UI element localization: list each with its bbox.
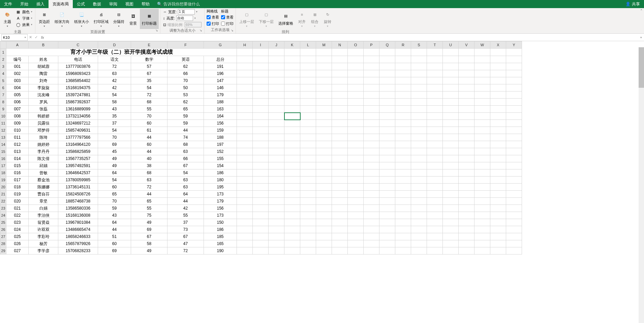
cell-K18[interactable] [284, 169, 300, 177]
cell-J26[interactable] [269, 226, 284, 233]
cell-P9[interactable] [364, 106, 379, 113]
cell-X17[interactable] [490, 162, 506, 169]
cell-Y6[interactable] [506, 84, 522, 91]
cell-K16[interactable] [284, 155, 300, 162]
cell-F16[interactable]: 66 [167, 155, 204, 162]
cell-J21[interactable] [269, 191, 284, 198]
cell-X25[interactable] [490, 219, 506, 226]
cell-C16[interactable]: 13567735257 [58, 155, 98, 162]
cell-T17[interactable] [427, 162, 443, 169]
cell-Y16[interactable] [506, 155, 522, 162]
cell-A28[interactable]: 026 [6, 240, 29, 247]
cell-X20[interactable] [490, 184, 506, 191]
cell-Q21[interactable] [379, 191, 395, 198]
cell-Q19[interactable] [379, 177, 395, 184]
cell-M4[interactable] [316, 70, 332, 77]
cell-B9[interactable]: 张磊 [29, 106, 58, 113]
cell-Q25[interactable] [379, 219, 395, 226]
cell-U1[interactable] [443, 49, 459, 56]
cell-R2[interactable] [395, 56, 411, 63]
cell-X23[interactable] [490, 205, 506, 212]
cell-X5[interactable] [490, 77, 506, 84]
cell-T11[interactable] [427, 120, 443, 127]
cell-F28[interactable]: 47 [167, 240, 204, 247]
cell-B5[interactable]: 刘奇 [29, 77, 58, 84]
cell-C12[interactable]: 15857409631 [58, 127, 98, 134]
cell-A8[interactable]: 006 [6, 99, 29, 106]
cell-V7[interactable] [459, 91, 474, 99]
cell-D23[interactable]: 59 [98, 205, 131, 212]
cell-J15[interactable] [269, 148, 284, 155]
cell-D3[interactable]: 72 [98, 63, 131, 70]
cell-J4[interactable] [269, 70, 284, 77]
cell-Y11[interactable] [506, 120, 522, 127]
cell-T5[interactable] [427, 77, 443, 84]
cell-S27[interactable] [411, 233, 427, 240]
cell-M17[interactable] [316, 162, 332, 169]
cell-C2[interactable]: 电话 [58, 56, 98, 63]
cell-J3[interactable] [269, 63, 284, 70]
cell-Y18[interactable] [506, 169, 522, 177]
cell-N1[interactable] [332, 49, 348, 56]
cell-V25[interactable] [459, 219, 474, 226]
cell-Q2[interactable] [379, 56, 395, 63]
cell-H9[interactable] [237, 106, 253, 113]
headings-view-checkbox[interactable]: 查看 [220, 14, 234, 20]
cell-H26[interactable] [237, 226, 253, 233]
cell-P17[interactable] [364, 162, 379, 169]
cell-I23[interactable] [253, 205, 269, 212]
cell-E14[interactable]: 60 [131, 141, 167, 148]
cell-U19[interactable] [443, 177, 459, 184]
cell-D18[interactable]: 64 [98, 169, 131, 177]
cell-T3[interactable] [427, 63, 443, 70]
cell-D13[interactable]: 70 [98, 134, 131, 141]
cell-U22[interactable] [443, 198, 459, 205]
row-header-21[interactable]: 21 [0, 191, 6, 198]
cell-Y4[interactable] [506, 70, 522, 77]
width-input[interactable] [178, 9, 195, 15]
cell-J19[interactable] [269, 177, 284, 184]
cell-H22[interactable] [237, 198, 253, 205]
cell-X18[interactable] [490, 169, 506, 177]
cell-I21[interactable] [253, 191, 269, 198]
cell-Q22[interactable] [379, 198, 395, 205]
cell-N29[interactable] [332, 247, 348, 254]
cell-V21[interactable] [459, 191, 474, 198]
cell-H8[interactable] [237, 99, 253, 106]
cell-H25[interactable] [237, 219, 253, 226]
cell-B22[interactable]: 章坚 [29, 198, 58, 205]
cell-R16[interactable] [395, 155, 411, 162]
cell-V4[interactable] [459, 70, 474, 77]
cell-L2[interactable] [300, 56, 316, 63]
cell-F29[interactable]: 72 [167, 247, 204, 254]
cell-B3[interactable]: 胡斌蓉 [29, 63, 58, 70]
cell-V12[interactable] [459, 127, 474, 134]
cell-O23[interactable] [348, 205, 364, 212]
cell-J18[interactable] [269, 169, 284, 177]
cell-W26[interactable] [474, 226, 490, 233]
cell-Q8[interactable] [379, 99, 395, 106]
col-header-E[interactable]: E [131, 42, 167, 49]
cell-Y14[interactable] [506, 141, 522, 148]
cell-O24[interactable] [348, 212, 364, 219]
cell-E16[interactable]: 40 [131, 155, 167, 162]
cell-N22[interactable] [332, 198, 348, 205]
row-header-4[interactable]: 4 [0, 70, 6, 77]
cancel-edit-button[interactable]: ✕ [29, 35, 32, 39]
cell-E28[interactable]: 58 [131, 240, 167, 247]
cell-L6[interactable] [300, 84, 316, 91]
cell-S29[interactable] [411, 247, 427, 254]
cell-A3[interactable]: 001 [6, 63, 29, 70]
cell-K6[interactable] [284, 84, 300, 91]
col-header-W[interactable]: W [474, 42, 490, 49]
cell-D2[interactable]: 语文 [98, 56, 131, 63]
cell-A9[interactable]: 007 [6, 106, 29, 113]
cell-M3[interactable] [316, 63, 332, 70]
cell-W8[interactable] [474, 99, 490, 106]
select-all-corner[interactable] [0, 42, 6, 49]
cell-W15[interactable] [474, 148, 490, 155]
cell-H11[interactable] [237, 120, 253, 127]
cell-V22[interactable] [459, 198, 474, 205]
cell-S5[interactable] [411, 77, 427, 84]
cell-S11[interactable] [411, 120, 427, 127]
